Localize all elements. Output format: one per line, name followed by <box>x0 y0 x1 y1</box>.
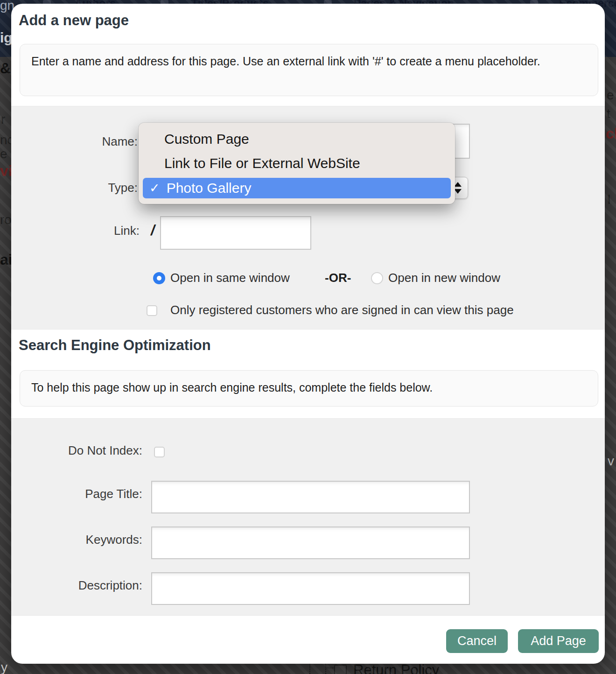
dropdown-option-link-external[interactable]: Link to File or External WebSite <box>139 151 455 176</box>
type-dropdown-menu: Custom Page Link to File or External Web… <box>139 123 455 204</box>
bg-text-fragment: r <box>1 112 5 127</box>
page-title-label: Page Title: <box>30 487 142 501</box>
bg-text-fragment: v <box>608 454 614 469</box>
page-title-input[interactable] <box>151 481 470 513</box>
bg-text-fragment: ro <box>0 212 12 227</box>
bg-text-fragment: l <box>608 192 610 207</box>
bg-text-fragment: ai <box>0 251 13 268</box>
dialog-title: Add a new page <box>19 12 129 29</box>
background-return-policy-checkbox <box>334 665 347 674</box>
description-input[interactable] <box>151 572 470 605</box>
tree-line <box>309 664 310 674</box>
bg-text-fragment: e <box>607 88 614 103</box>
seo-heading: Search Engine Optimization <box>19 337 211 354</box>
open-new-window-label[interactable]: Open in new window <box>388 271 500 285</box>
bg-text-fragment: y <box>1 660 7 674</box>
open-new-window-radio[interactable] <box>371 272 383 284</box>
bg-text-fragment: vi <box>0 162 13 180</box>
bg-text-fragment: ch <box>606 125 616 142</box>
do-not-index-checkbox[interactable] <box>154 447 165 457</box>
link-input[interactable] <box>160 216 311 250</box>
or-separator: -OR- <box>325 271 351 285</box>
dropdown-option-label: Photo Gallery <box>167 180 252 196</box>
registered-only-checkbox[interactable] <box>147 305 157 316</box>
add-page-dialog: Add a new page Enter a name and address … <box>11 4 605 664</box>
type-label: Type: <box>39 181 138 195</box>
cancel-button[interactable]: Cancel <box>446 629 508 653</box>
bg-text-fragment: t <box>607 106 610 121</box>
link-slash-prefix: / <box>151 222 155 239</box>
open-same-window-label[interactable]: Open in same window <box>170 271 290 285</box>
tree-line <box>325 664 326 674</box>
name-label: Name: <box>39 134 138 149</box>
do-not-index-label: Do Not Index: <box>30 443 142 458</box>
dropdown-option-custom-page[interactable]: Custom Page <box>139 127 455 151</box>
registered-only-label[interactable]: Only registered customers who are signed… <box>170 303 514 317</box>
dropdown-option-photo-gallery[interactable]: ✓ Photo Gallery <box>143 178 451 198</box>
add-page-button[interactable]: Add Page <box>518 629 599 653</box>
arrow-down-icon <box>454 189 462 194</box>
link-label: Link: <box>39 224 140 238</box>
tree-line <box>325 667 335 668</box>
bg-text-fragment: & <box>0 60 11 77</box>
dialog-intro-note: Enter a name and address for this page. … <box>20 44 598 96</box>
checkmark-icon: ✓ <box>149 181 160 196</box>
keywords-label: Keywords: <box>30 533 142 547</box>
open-same-window-radio[interactable] <box>153 272 165 284</box>
screen: Authors Titles/Products Pages & Navigati… <box>0 0 616 674</box>
arrow-up-icon <box>454 182 462 187</box>
description-label: Description: <box>30 578 142 593</box>
seo-intro-note: To help this page show up in search engi… <box>20 370 598 407</box>
keywords-input[interactable] <box>151 527 470 559</box>
